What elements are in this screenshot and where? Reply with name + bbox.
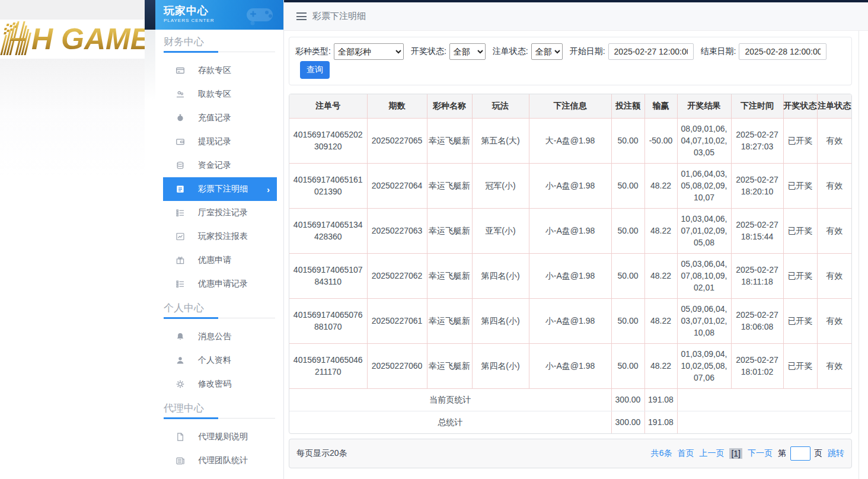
section-underline: [164, 317, 275, 319]
cell-draw-result: 01,03,09,04,10,02,05,08,07,06: [677, 343, 731, 388]
lottery-type-label: 彩种类型:: [295, 46, 331, 57]
draw-status-select[interactable]: 全部: [449, 43, 486, 60]
sidebar-item-label: 玩家投注报表: [198, 231, 248, 242]
cell-bet-info: 小-A盘@1.98: [529, 208, 611, 253]
main-topbar: 彩票下注明细: [284, 2, 868, 31]
scrollbar-line: [859, 31, 859, 479]
cell-order-id: 401569174065076881070: [289, 298, 367, 343]
column-header-win-loss: 输赢: [644, 94, 677, 118]
sidebar-item-label: 取款专区: [198, 89, 231, 100]
page-title: 彩票下注明细: [312, 11, 366, 22]
cell-bet-time: 2025-02-27 18:11:18: [731, 253, 783, 298]
column-header-bet-time: 下注时间: [731, 94, 783, 118]
cell-bet-amount: 50.00: [611, 343, 644, 388]
coins-icon: [175, 161, 185, 170]
list-icon: [175, 208, 185, 218]
money-bag-icon: [175, 113, 185, 123]
hamburger-icon[interactable]: [296, 12, 307, 20]
sidebar-item-recharge-records[interactable]: 充值记录: [163, 106, 277, 130]
gift-icon: [175, 256, 185, 265]
sidebar-item-label: 修改密码: [198, 379, 231, 389]
cell-draw-result: 05,03,06,04,07,08,10,09,02,01: [677, 253, 731, 298]
sidebar: 玩家中心 PLAYERS CENTER 财务中心存款专区取款专区充值记录提现记录…: [155, 0, 284, 479]
main-area: 彩票下注明细 彩种类型: 全部彩种 开奖状态: 全部 注单状态: 全部 开始日期…: [284, 0, 868, 479]
search-button[interactable]: 查询: [300, 61, 330, 79]
sidebar-item-label: 优惠申请记录: [198, 279, 248, 289]
sidebar-item-profile[interactable]: 个人资料: [163, 349, 277, 372]
cell-play-type: 第四名(小): [472, 298, 529, 343]
logo-mark-icon: [0, 23, 34, 56]
sidebar-item-label: 代理规则说明: [198, 432, 248, 442]
jump-page-input[interactable]: [790, 446, 810, 461]
cell-draw-status: 已开奖: [783, 298, 817, 343]
first-page-link[interactable]: 首页: [677, 448, 694, 459]
brand-area: H GAME: [0, 0, 145, 479]
cell-bet-amount: 50.00: [611, 118, 644, 163]
summary-row: 当前页统计300.00191.08: [289, 388, 851, 411]
summary-row: 总统计300.00191.08: [289, 411, 851, 433]
sidebar-item-deposit-zone[interactable]: 存款专区: [163, 59, 277, 82]
list-icon: [175, 279, 185, 289]
lottery-type-select[interactable]: 全部彩种: [334, 43, 404, 60]
hand-coin-icon: [175, 90, 185, 99]
order-status-label: 注单状态:: [493, 46, 528, 57]
jump-label-pre: 第: [778, 448, 786, 459]
sidebar-item-label: 资金记录: [198, 160, 231, 171]
cell-bet-time: 2025-02-27 18:01:02: [731, 343, 783, 388]
sidebar-item-agent-rules[interactable]: 代理规则说明: [163, 425, 277, 449]
sidebar-item-funds-records[interactable]: 资金记录: [163, 154, 277, 177]
cell-period: 20250227062: [367, 253, 427, 298]
current-page: [1]: [729, 448, 742, 459]
cell-order-id: 401569174065161021390: [289, 163, 367, 208]
sidebar-item-announcements[interactable]: 消息公告: [163, 325, 277, 349]
sidebar-item-change-password[interactable]: 修改密码: [163, 372, 277, 396]
cell-bet-time: 2025-02-27 18:15:44: [731, 208, 783, 253]
section-title: 代理中心: [164, 401, 275, 416]
cell-bet-info: 大-A盘@1.98: [529, 118, 611, 163]
next-page-link[interactable]: 下一页: [748, 448, 773, 459]
cell-period: 20250227064: [367, 163, 427, 208]
sidebar-item-promo-apply[interactable]: 优惠申请: [163, 248, 277, 272]
user-icon: [175, 356, 185, 365]
cell-draw-status: 已开奖: [783, 253, 817, 298]
cell-play-type: 第五名(大): [472, 118, 529, 163]
end-date-input[interactable]: [739, 43, 826, 60]
sidebar-item-label: 代理团队统计: [198, 455, 248, 466]
bet-table-panel: 注单号期数彩种名称玩法下注信息投注额输赢开奖结果下注时间开奖状态注单状态 401…: [289, 94, 852, 434]
section-title: 个人中心: [164, 301, 275, 316]
cell-play-type: 第四名(小): [472, 343, 529, 388]
sidebar-item-label: 充值记录: [198, 113, 231, 123]
start-date-input[interactable]: [608, 43, 694, 60]
sidebar-item-player-bet-report[interactable]: 玩家投注报表: [163, 225, 277, 248]
sidebar-item-label: 优惠申请: [198, 255, 231, 266]
sidebar-item-hall-bet-records[interactable]: 厅室投注记录: [163, 201, 277, 225]
brand-band-top: [0, 0, 145, 20]
cell-win-loss: 48.22: [644, 343, 677, 388]
sidebar-item-lottery-bet-details[interactable]: 彩票下注明细›: [163, 177, 277, 201]
end-date-label: 结束日期:: [701, 46, 736, 57]
prev-page-link[interactable]: 上一页: [699, 448, 724, 459]
cell-draw-status: 已开奖: [783, 343, 817, 388]
cell-draw-result: 01,06,04,03,05,08,02,09,10,07: [677, 163, 731, 208]
sidebar-item-withdrawal-records[interactable]: 提现记录: [163, 130, 277, 154]
cell-lottery-name: 幸运飞艇新: [427, 343, 472, 388]
summary-win-total: 191.08: [644, 388, 677, 411]
sidebar-item-agent-team-stats[interactable]: 代理团队统计: [163, 449, 277, 472]
order-status-select[interactable]: 全部: [531, 43, 563, 60]
doc-icon: [175, 432, 185, 442]
cell-win-loss: 48.22: [644, 298, 677, 343]
sidebar-item-label: 个人资料: [198, 355, 231, 366]
cell-order-status: 有效: [817, 208, 851, 253]
cell-bet-amount: 50.00: [611, 208, 644, 253]
jump-link[interactable]: 跳转: [828, 448, 844, 459]
summary-win-total: 191.08: [644, 411, 677, 433]
table-row: 40156917406513442836020250227063幸运飞艇新亚军(…: [289, 208, 851, 253]
column-header-period: 期数: [367, 94, 427, 118]
cell-play-type: 亚军(小): [472, 208, 529, 253]
cell-bet-amount: 50.00: [611, 163, 644, 208]
cell-bet-info: 小-A盘@1.98: [529, 343, 611, 388]
cell-period: 20250227063: [367, 208, 427, 253]
sidebar-item-promo-apply-records[interactable]: 优惠申请记录: [163, 272, 277, 296]
sidebar-item-withdraw-zone[interactable]: 取款专区: [163, 82, 277, 106]
doc-list-icon: [175, 184, 185, 194]
